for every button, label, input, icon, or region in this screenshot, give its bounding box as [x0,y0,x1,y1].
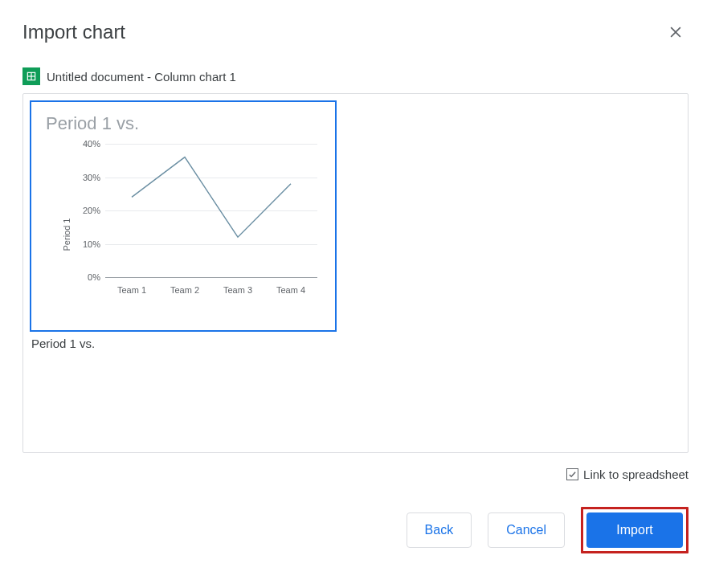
chart-plot: 40% 30% 20% 10% 0% [105,144,317,277]
sheets-icon [22,67,40,85]
xtick-label: Team 4 [276,285,305,295]
close-icon [668,24,684,40]
xticks-row: Team 1 Team 2 Team 3 Team 4 [105,285,317,295]
cancel-button[interactable]: Cancel [488,512,565,548]
ytick-label: 30% [73,173,100,182]
chart-thumbnail[interactable]: Period 1 vs. Period 1 40% 30% 20% 10% 0% [30,100,337,332]
source-document-label: Untitled document - Column chart 1 [47,70,236,84]
ytick-label: 40% [73,139,100,149]
dialog-footer: Back Cancel Import [22,507,689,553]
source-row: Untitled document - Column chart 1 [22,67,689,85]
chart-area: Period 1 40% 30% 20% 10% 0% [68,139,322,298]
xtick-label: Team 2 [170,285,199,295]
close-button[interactable] [663,19,689,45]
back-button[interactable]: Back [407,512,472,548]
import-button-highlight: Import [581,507,689,553]
import-chart-dialog: Import chart Untitled document - Column … [0,0,711,573]
chart-line [105,144,317,277]
dialog-header: Import chart [22,19,689,45]
chart-thumbnail-caption: Period 1 vs. [31,337,681,350]
options-row: Link to spreadsheet [22,468,689,481]
xtick-label: Team 1 [117,285,146,295]
link-to-spreadsheet-checkbox[interactable] [566,468,578,480]
import-button[interactable]: Import [586,512,683,548]
check-icon [568,470,577,479]
baseline [105,277,317,278]
chart-yaxis-label: Period 1 [62,218,72,251]
chart-picker-panel: Period 1 vs. Period 1 40% 30% 20% 10% 0% [22,93,689,453]
dialog-title: Import chart [22,21,125,43]
link-to-spreadsheet-label: Link to spreadsheet [583,468,689,481]
ytick-label: 10% [73,239,100,249]
ytick-label: 0% [73,272,100,282]
xtick-label: Team 3 [223,285,252,295]
chart-thumb-title: Period 1 vs. [46,113,322,134]
ytick-label: 20% [73,206,100,215]
